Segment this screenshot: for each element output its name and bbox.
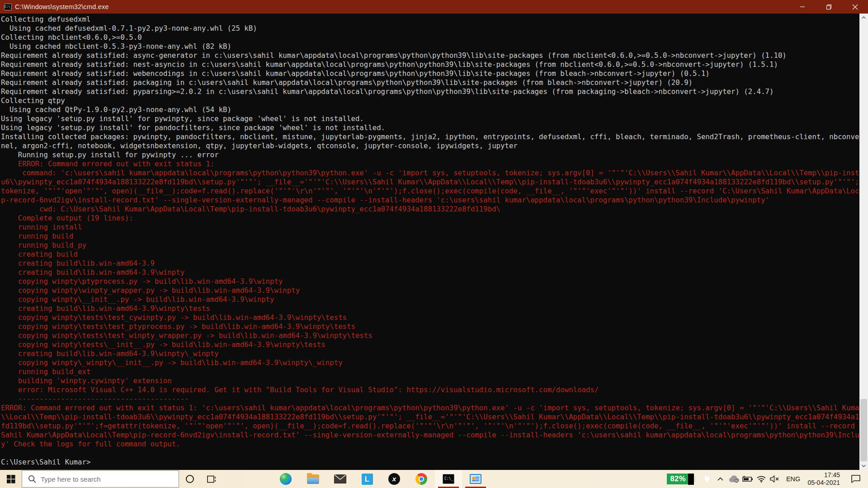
terminal-line: copying winpty\tests\test_cywinpty.py ->…	[1, 313, 868, 322]
terminal-line: running build	[1, 232, 868, 241]
tray-date: 05-04-2021	[807, 479, 840, 487]
speaker-muted-icon	[770, 475, 779, 483]
battery-tray-status[interactable]	[741, 476, 755, 482]
terminal-line: ERROR: Command errored out with exit sta…	[1, 160, 868, 169]
minimize-button[interactable]	[789, 0, 816, 14]
terminal-line: Requirement already satisfied: pyparsing…	[1, 87, 868, 96]
terminal-line: Requirement already satisfied: nest-asyn…	[1, 60, 868, 69]
terminal-line: creating build\lib.win-amd64-3.9	[1, 259, 868, 268]
terminal-line: copying winpty\winpty_wrapper.py -> buil…	[1, 286, 868, 295]
terminal-line: nel, argon2-cffi, notebook, widgetsnbext…	[1, 141, 868, 150]
taskbar-item-card-app[interactable]	[462, 470, 489, 488]
battery-empty-segment	[688, 474, 694, 485]
network-status[interactable]	[755, 475, 768, 483]
close-button[interactable]	[842, 0, 868, 14]
battery-percentage-badge[interactable]: 82%	[667, 474, 698, 485]
terminal-scrollbar[interactable]	[859, 14, 868, 470]
onedrive-status[interactable]	[727, 475, 741, 483]
taskbar-item-lightshot[interactable]: L	[354, 470, 381, 488]
terminal-line: ERROR: Command errored out with exit sta…	[1, 404, 868, 413]
terminal-line: building 'winpty.cywinpty' extension	[1, 376, 868, 385]
terminal-line: cwd: C:\Users\Sahil Kumar\AppData\Local\…	[1, 205, 868, 214]
terminal-line: Using legacy 'setup.py install' for pywi…	[1, 114, 868, 123]
lightshot-icon: L	[362, 474, 373, 485]
close-icon	[852, 4, 858, 10]
scrollbar-down-arrow-icon[interactable]	[859, 462, 868, 470]
terminal-line: copying winpty\ptyprocess.py -> build\li…	[1, 277, 868, 286]
task-view-icon	[207, 475, 217, 483]
terminal-line: Collecting qtpy	[1, 96, 868, 105]
notification-bubble-icon	[851, 474, 861, 483]
terminal-line: fd119bd\\setup.py'"'"';f=getattr(tokeniz…	[1, 422, 868, 431]
terminal-line: y' Check the logs for full command outpu…	[1, 440, 868, 449]
pinned-apps: L x C:\_	[272, 470, 489, 488]
terminal-line	[1, 449, 868, 458]
minimize-icon	[800, 4, 805, 9]
action-center-button[interactable]	[845, 474, 866, 483]
scrollbar-thumb[interactable]	[860, 399, 867, 461]
onedrive-cloud-icon	[729, 475, 740, 483]
edge-icon	[280, 473, 292, 485]
terminal-line: tokenize, '"'"'open'"'"', open)(__file__…	[1, 187, 868, 196]
terminal-line: Requirement already satisfied: packaging…	[1, 78, 868, 87]
terminal-line: copying winpty\tests\__init__.py -> buil…	[1, 340, 868, 349]
taskbar-item-chrome[interactable]	[408, 470, 435, 488]
scrollbar-up-arrow-icon[interactable]	[859, 14, 868, 22]
volume-status[interactable]	[768, 475, 782, 483]
restore-button[interactable]	[816, 0, 842, 14]
taskbar-item-cmd-active[interactable]: C:\_	[435, 470, 462, 488]
task-view-button[interactable]	[201, 470, 222, 488]
taskbar: L x C:\_ 82%	[0, 470, 868, 488]
terminal-line: Installing collected packages: pywinpty,…	[1, 132, 868, 141]
terminal-line: copying winpty\tests\test_ptyprocess.py …	[1, 322, 868, 331]
window-title: C:\Windows\system32\cmd.exe	[15, 3, 109, 10]
terminal-line: Sahil Kumar\AppData\Local\Temp\pip-recor…	[1, 431, 868, 440]
search-icon	[28, 475, 37, 483]
power-plug-indicator	[700, 475, 714, 483]
windows-logo-icon	[7, 475, 15, 483]
terminal-line: Collecting defusedxml	[1, 15, 868, 24]
terminal-line: u6\\pywinpty_ecc1a074f4934a188133222e8fd…	[1, 178, 868, 187]
taskbar-item-edge[interactable]	[272, 470, 299, 488]
terminal-line: C:\Users\Sahil Kumar>	[1, 458, 868, 467]
terminal-line: command: 'c:\users\sahil kumar\appdata\l…	[1, 169, 868, 178]
taskbar-clock[interactable]: 17:45 05-04-2021	[805, 471, 845, 487]
taskbar-item-file-explorer[interactable]	[299, 470, 326, 488]
terminal-line: ----------------------------------------	[1, 394, 868, 404]
terminal-line: copying winpty\_winpty\__init__.py -> bu…	[1, 358, 868, 367]
tray-expand-button[interactable]	[714, 477, 727, 481]
terminal-line: running install	[1, 223, 868, 232]
terminal-line: running build_ext	[1, 367, 868, 376]
battery-nub	[694, 477, 696, 482]
restore-icon	[826, 4, 832, 10]
plug-icon	[704, 475, 710, 483]
search-input[interactable]	[41, 475, 179, 483]
terminal-output: Collecting defusedxml Using cached defus…	[0, 14, 868, 467]
start-button[interactable]	[0, 470, 22, 488]
battery-icon	[742, 476, 753, 482]
cortana-button[interactable]	[179, 470, 201, 488]
terminal-line: running build_py	[1, 241, 868, 250]
terminal-line: copying winpty\__init__.py -> build\lib.…	[1, 295, 868, 304]
system-tray: 82%	[667, 470, 868, 488]
terminal-line: creating build	[1, 250, 868, 259]
terminal-line: Using cached QtPy-1.9.0-py2.py3-none-any…	[1, 105, 868, 114]
chevron-up-icon	[717, 477, 723, 481]
terminal-line: Complete output (19 lines):	[1, 214, 868, 223]
tray-time: 17:45	[807, 471, 840, 479]
terminal-line: Running setup.py install for pywinpty ..…	[1, 150, 868, 160]
taskbar-item-mail[interactable]	[326, 470, 354, 488]
taskbar-search-box[interactable]	[22, 470, 179, 488]
terminal-line: Using cached nbclient-0.5.3-py3-none-any…	[1, 42, 868, 51]
language-indicator[interactable]: ENG	[782, 475, 805, 483]
taskbar-item-xbox[interactable]: x	[381, 470, 408, 488]
cmd-icon: C:\_	[443, 474, 454, 484]
card-app-icon	[470, 474, 481, 484]
xbox-icon: x	[388, 473, 400, 485]
terminal-window[interactable]: Collecting defusedxml Using cached defus…	[0, 14, 868, 470]
terminal-line: Collecting nbclient<0.6.0,>=0.5.0	[1, 33, 868, 42]
terminal-line: creating build\lib.win-amd64-3.9\winpty\…	[1, 349, 868, 358]
terminal-line: p-record-6nvd2igv\install-record.txt' --…	[1, 196, 868, 205]
title-bar: C:\_ C:\Windows\system32\cmd.exe	[0, 0, 868, 14]
terminal-line: copying winpty\tests\test_winpty_wrapper…	[1, 331, 868, 340]
